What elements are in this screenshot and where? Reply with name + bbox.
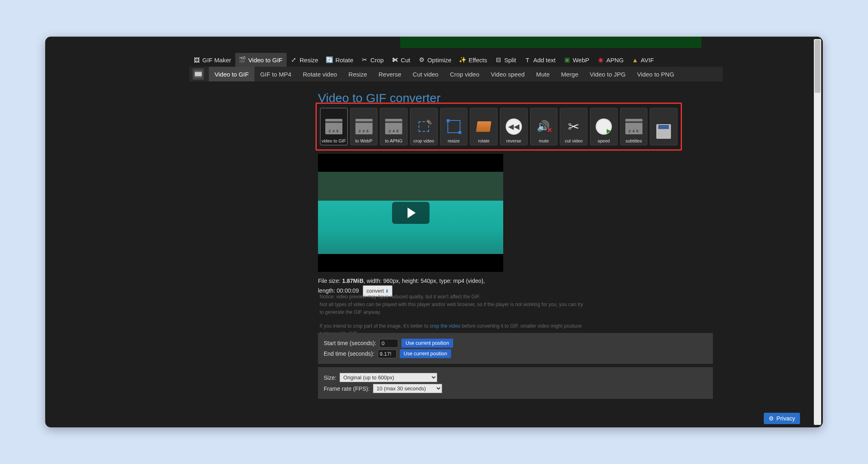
notice-line-1: Notice: video preview may have reduced q… [320,293,584,301]
page-content: 🖼GIF Maker🎬Video to GIF⤢Resize🔄Rotate✂Cr… [51,37,813,427]
tool-icon: ✂ [564,117,583,136]
tools-row: 2 4 5video to GIF2 4 5to WebP2 4 5to APN… [320,108,677,145]
nav-tab-label: Add text [533,57,556,63]
subnav-video-to-jpg[interactable]: Video to JPG [584,67,631,81]
primary-nav: 🖼GIF Maker🎬Video to GIF⤢Resize🔄Rotate✂Cr… [189,53,658,67]
tools-highlight-box: 2 4 5video to GIF2 4 5to WebP2 4 5to APN… [316,103,682,151]
film-icon [193,68,204,80]
tool-speed[interactable]: speed [590,108,618,145]
nav-tab-label: WebP [573,57,590,63]
nav-tab-webp[interactable]: ▣WebP [560,53,594,67]
tool-resize[interactable]: resize [440,108,468,145]
subnav-cut-video[interactable]: Cut video [407,67,444,81]
start-time-input[interactable] [379,339,398,348]
nav-tab-gif-maker[interactable]: 🖼GIF Maker [189,53,235,67]
fps-label: Frame rate (FPS): [324,385,370,392]
subnav-mute[interactable]: Mute [530,67,555,81]
file-size-value: 1.87MiB [342,278,364,284]
tool-label: reverse [506,138,522,143]
tool-label: crop video [413,138,434,143]
tool-cut-video[interactable]: ✂cut video [560,108,587,145]
end-use-current-button[interactable]: Use current position [400,349,452,358]
effects-icon: ✨ [460,57,466,63]
start-time-label: Start time (seconds): [324,340,376,346]
tool-video-to-gif[interactable]: 2 4 5video to GIF [320,108,348,145]
end-time-input[interactable] [378,350,397,358]
nav-tab-add-text[interactable]: TAdd text [520,53,560,67]
scrollbar-thumb[interactable] [815,40,820,93]
add-text-icon: T [524,57,531,63]
video-player[interactable] [318,154,503,272]
subnav-merge[interactable]: Merge [555,67,584,81]
nav-tab-crop[interactable]: ✂Crop [357,53,388,67]
subnav-video-to-gif[interactable]: Video to GIF [209,67,254,81]
webp-icon: ▣ [564,57,570,63]
tool-icon: 2 4 5 [384,117,403,136]
nav-tab-video-to-gif[interactable]: 🎬Video to GIF [235,53,287,67]
start-use-current-button[interactable]: Use current position [401,339,453,348]
resize-icon: ⤢ [291,57,297,63]
optimize-icon: ⚙ [419,57,425,63]
nav-tab-label: Effects [469,57,487,63]
tool-to-apng[interactable]: 2 4 5to APNG [380,108,408,145]
tool-to-webp[interactable]: 2 4 5to WebP [350,108,378,145]
video-to-gif-icon: 🎬 [239,57,246,63]
tool-icon [414,117,433,136]
subnav-gif-to-mp4[interactable]: GIF to MP4 [254,67,297,81]
nav-tab-label: Cut [401,57,410,63]
gif-maker-icon: 🖼 [193,57,200,63]
subnav-reverse[interactable]: Reverse [373,67,407,81]
split-icon: ⊟ [495,57,502,63]
nav-tab-label: Optimize [427,57,452,63]
subnav-resize[interactable]: Resize [343,67,373,81]
tool-icon [654,122,673,141]
nav-tab-label: AVIF [641,57,654,63]
nav-tab-effects[interactable]: ✨Effects [456,53,491,67]
size-fps-panel: Size: Original (up to 600px) Frame rate … [318,367,713,399]
play-button[interactable] [392,202,430,224]
nav-tab-label: Split [504,57,516,63]
rotate-icon: 🔄 [327,57,333,63]
tool-save[interactable] [650,108,677,145]
crop-icon: ✂ [362,57,368,63]
end-time-label: End time (seconds): [324,350,375,357]
svg-rect-2 [195,76,202,77]
fps-select[interactable]: 10 (max 30 seconds) [373,384,442,393]
nav-tab-split[interactable]: ⊟Split [491,53,520,67]
size-select[interactable]: Original (up to 600px) [340,373,437,382]
svg-rect-1 [195,71,202,72]
tool-mute[interactable]: mute [530,108,558,145]
nav-tab-optimize[interactable]: ⚙Optimize [414,53,456,67]
nav-tab-label: Rotate [335,57,353,63]
nav-tab-apng[interactable]: ◉APNG [593,53,628,67]
nav-tab-resize[interactable]: ⤢Resize [287,53,322,67]
subnav-video-to-png[interactable]: Video to PNG [631,67,680,81]
tool-icon [594,117,613,136]
nav-tab-cut[interactable]: ✀Cut [388,53,414,67]
tool-reverse[interactable]: ◀◀reverse [500,108,528,145]
tool-rotate[interactable]: rotate [470,108,498,145]
nav-tab-label: Video to GIF [248,57,283,63]
vertical-scrollbar[interactable] [814,39,821,425]
time-panel: Start time (seconds): Use current positi… [318,333,713,364]
file-size-prefix: File size: [318,278,342,284]
subnav-crop-video[interactable]: Crop video [444,67,485,81]
notice-line-2: Not all types of video can be played wit… [320,301,584,316]
tool-icon [535,117,553,136]
tool-subtitles[interactable]: 2 4 5subtitles [620,108,648,145]
privacy-button[interactable]: ⚙ Privacy [764,413,800,424]
nav-tab-rotate[interactable]: 🔄Rotate [322,53,357,67]
tool-crop-video[interactable]: crop video [410,108,438,145]
notice-text: Notice: video preview may have reduced q… [320,293,584,338]
tool-label: rotate [478,138,489,143]
nav-tab-avif[interactable]: ▲AVIF [628,53,658,67]
crop-video-link[interactable]: crop the video [430,323,460,329]
tool-icon: 2 4 5 [625,117,643,136]
tool-label: to WebP [355,138,373,143]
nav-tab-label: GIF Maker [202,57,231,63]
subnav-rotate-video[interactable]: Rotate video [297,67,343,81]
tool-label: mute [539,138,548,143]
tool-icon: 2 4 5 [324,117,343,136]
cut-icon: ✀ [392,57,398,63]
subnav-video-speed[interactable]: Video speed [485,67,530,81]
